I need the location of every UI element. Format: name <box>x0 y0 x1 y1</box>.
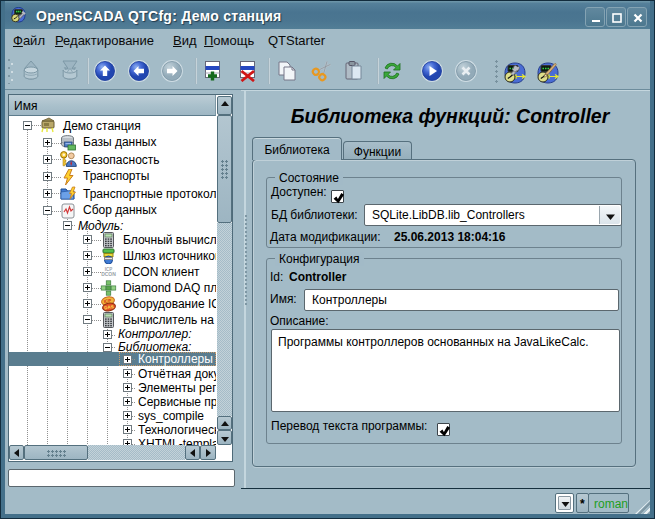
svg-text:DCON: DCON <box>101 271 116 277</box>
